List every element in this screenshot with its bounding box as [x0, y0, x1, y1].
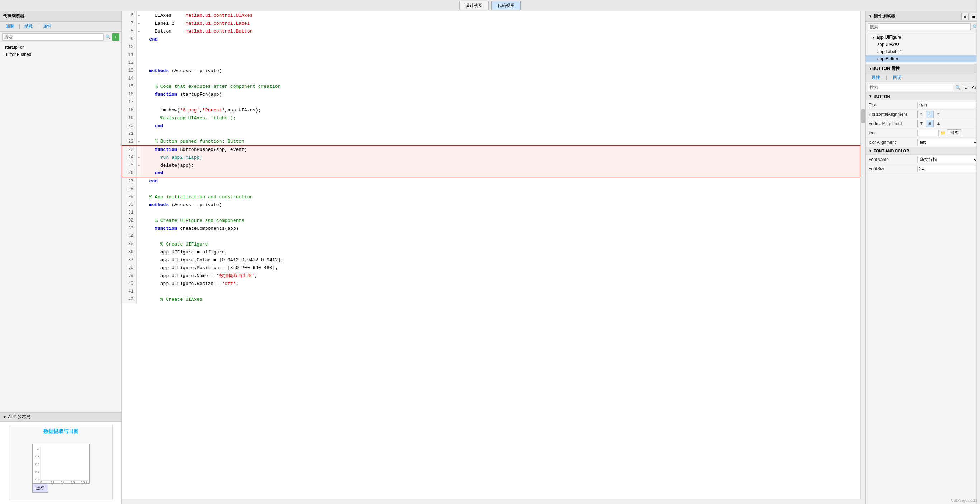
line-dash: [137, 130, 141, 138]
scrollbar-thumb[interactable]: [861, 109, 865, 123]
line-dash: –: [137, 114, 141, 122]
code-line-content: app.UIFigure.Color = [0.9412 0.9412 0.94…: [141, 256, 860, 264]
app-layout-header: ▼ APP 的布局: [0, 412, 121, 421]
function-item-buttonpushed[interactable]: ButtonPushed: [3, 51, 119, 58]
tab-props-callback[interactable]: 回调: [890, 74, 904, 81]
line-number: 40: [122, 280, 137, 287]
line-dash: –: [137, 161, 141, 169]
line-dash: [137, 75, 141, 83]
line-dash: [137, 209, 141, 217]
line-number: 27: [122, 177, 137, 185]
line-dash: –: [137, 256, 141, 264]
svg-text:0.6: 0.6: [35, 463, 40, 466]
prop-row-icon-align: IconAlignment left right top bottom: [866, 138, 980, 147]
line-number: 29: [122, 193, 137, 201]
valign-middle-button[interactable]: ⊞: [926, 120, 934, 127]
design-view-button[interactable]: 设计视图: [459, 1, 488, 10]
function-item-startupfcn[interactable]: startupFcn: [3, 44, 119, 51]
line-dash: [137, 224, 141, 232]
main-layout: 代码浏览器 回调 ｜ 函数 ｜ 属性 🔍 + startupFcn Button…: [0, 11, 980, 504]
svg-text:0.6: 0.6: [70, 481, 75, 483]
line-number: 9: [122, 35, 137, 43]
tab-callback[interactable]: 回调: [3, 22, 17, 30]
line-dash: –: [137, 264, 141, 272]
line-dash: [137, 240, 141, 248]
prop-input-fontsize[interactable]: [917, 166, 978, 172]
tab-props-attributes[interactable]: 属性: [869, 74, 883, 81]
line-dash: [137, 98, 141, 106]
preview-run-button[interactable]: 运行: [32, 483, 48, 493]
prop-name-icon: Icon: [866, 131, 916, 136]
line-number: 28: [122, 185, 137, 193]
code-line-content: [141, 75, 860, 83]
code-line-content: function createComponents(app): [141, 224, 860, 232]
line-number: 37: [122, 256, 137, 264]
vertical-scrollbar[interactable]: [861, 11, 865, 499]
button-props-header: ▼ BUTTON 属性: [866, 64, 980, 73]
section-title-button: BUTTON: [873, 94, 890, 99]
line-number: 22: [122, 138, 137, 145]
svg-text:0.2: 0.2: [35, 478, 40, 481]
prop-value-halign: ≡ ☰ ≡: [916, 111, 980, 118]
code-line-content: % Button pushed function: Button: [141, 138, 860, 145]
line-number: 18: [122, 106, 137, 114]
search-icon: 🔍: [105, 34, 111, 40]
svg-text:1: 1: [37, 447, 39, 450]
props-view-toggle[interactable]: ⊟: [962, 84, 969, 91]
watermark: CSDN @czy123: [951, 499, 977, 502]
prop-value-icon-align: left right top bottom: [916, 139, 980, 146]
tab-property[interactable]: 属性: [40, 22, 54, 30]
prop-select-fontname[interactable]: 华文行楷: [917, 156, 978, 163]
prop-select-icon-align[interactable]: left right top bottom: [917, 139, 978, 146]
component-search-input[interactable]: [868, 23, 971, 30]
code-area[interactable]: 6– UIAxes matlab.ui.control.UIAxes7– Lab…: [122, 11, 861, 499]
tree-item-label2[interactable]: app.Label_2: [866, 48, 980, 55]
code-view-button[interactable]: 代码视图: [492, 1, 521, 10]
line-dash: –: [137, 248, 141, 256]
code-line-content: app.UIFigure.Name = '数据提取与出图';: [141, 272, 860, 280]
props-search-input[interactable]: [868, 84, 953, 91]
prop-row-icon: Icon 📁 浏览: [866, 128, 980, 138]
expand-icon-button[interactable]: ≡: [961, 13, 969, 20]
browse-button[interactable]: 浏览: [947, 129, 961, 136]
horizontal-scrollbar[interactable]: [122, 499, 865, 504]
prop-row-valign: VerticalAlignment ⊤ ⊞ ⊥: [866, 119, 980, 128]
search-input[interactable]: [2, 33, 103, 40]
line-dash: [137, 295, 141, 303]
halign-center-button[interactable]: ☰: [926, 111, 934, 118]
halign-right-button[interactable]: ≡: [934, 111, 942, 118]
svg-text:0.8: 0.8: [35, 455, 40, 458]
right-panel-scrollbar[interactable]: [977, 11, 980, 504]
code-line-content: end: [141, 169, 860, 177]
code-line-content: % App initialization and construction: [141, 193, 860, 201]
prop-row-halign: HorizontalAlignment ≡ ☰ ≡: [866, 110, 980, 119]
section-triangle-font-icon: ▼: [869, 149, 872, 153]
line-dash: [137, 193, 141, 201]
valign-bottom-button[interactable]: ⊥: [934, 120, 942, 127]
code-line-content: [141, 43, 860, 51]
valign-top-button[interactable]: ⊤: [917, 120, 925, 127]
line-number: 8: [122, 27, 137, 35]
collapse-icon-button[interactable]: ≣: [970, 13, 977, 20]
code-line-content: end: [141, 35, 860, 43]
tree-item-uifigure[interactable]: ▼ app.UIFigure: [866, 34, 980, 41]
prop-value-icon: 📁 浏览: [916, 129, 980, 136]
tab-function[interactable]: 函数: [21, 22, 36, 30]
svg-text:0: 0: [40, 481, 42, 483]
code-line-content: %axis(app.UIAxes, 'tight');: [141, 114, 860, 122]
tree-item-button[interactable]: app.Button: [866, 55, 980, 62]
tree-item-uiaxes[interactable]: app.UIAxes: [866, 41, 980, 48]
prop-input-icon[interactable]: [917, 130, 939, 136]
prop-name-icon-align: IconAlignment: [866, 140, 916, 145]
prop-name-text: Text: [866, 102, 916, 108]
component-browser-header: ▼ 组件浏览器 ≡ ≣: [866, 11, 980, 22]
halign-left-button[interactable]: ≡: [917, 111, 925, 118]
line-dash: –: [137, 35, 141, 43]
add-function-button[interactable]: +: [112, 33, 119, 40]
line-number: 41: [122, 287, 137, 295]
code-line-content: [141, 209, 860, 217]
section-header-button: ▼ BUTTON: [866, 93, 980, 100]
code-line-content: [141, 130, 860, 138]
prop-input-text[interactable]: [917, 102, 978, 108]
line-number: 11: [122, 51, 137, 59]
